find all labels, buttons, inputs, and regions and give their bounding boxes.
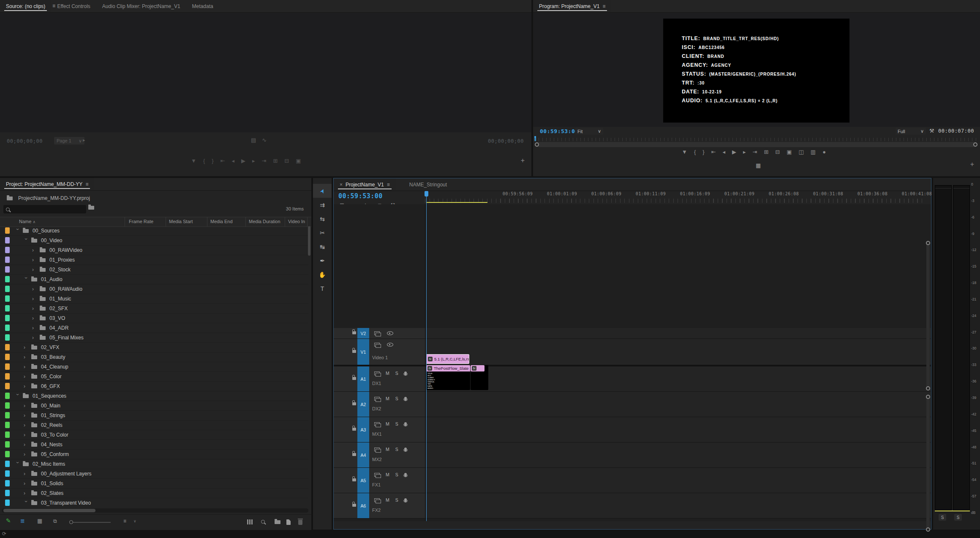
bin-row[interactable]: › 03_Transparent Video [0,498,308,506]
label-color-chip[interactable] [5,441,10,448]
project-vertical-scrollbar[interactable] [308,226,310,256]
bin-row[interactable]: › 04_Nests [0,440,308,450]
overwrite-icon[interactable]: ⊟ [284,158,289,164]
bin-row[interactable]: › 06_GFX [0,382,308,391]
mute-button[interactable]: M [386,371,389,376]
step-back-icon[interactable]: ◂ [722,149,725,155]
panel-menu-icon[interactable]: ≡ [602,3,605,9]
step-forward-icon[interactable]: ▸ [743,149,746,155]
bin-row[interactable]: › 02_Reels [0,421,308,430]
solo-button[interactable]: S [395,371,398,376]
slip-tool[interactable]: ↹ [313,240,332,254]
twirl-arrow-icon[interactable]: › [32,296,38,302]
column-media-duration[interactable]: Media Duration [249,219,280,224]
track-name[interactable]: FX1 [372,482,381,487]
track-output-eye-icon[interactable] [387,343,393,347]
twirl-arrow-icon[interactable]: › [32,267,38,273]
track-lock-icon[interactable] [352,453,356,456]
extract-icon[interactable]: ⊟ [775,149,780,155]
label-color-chip[interactable] [5,363,10,370]
twirl-arrow-icon[interactable]: › [24,432,30,438]
icon-view-icon[interactable]: ▦ [37,518,42,524]
track-target-button[interactable]: V1 [357,339,369,365]
bin-row[interactable]: › 00_Video [0,236,308,246]
bin-row[interactable]: › 00_RAWVideo [0,246,308,255]
bin-row[interactable]: › 05_Final Mixes [0,333,308,343]
bin-row[interactable]: › 00_Adjustment Layers [0,469,308,479]
bin-row[interactable]: › 00_RAWAudio [0,284,308,294]
voiceover-record-icon[interactable] [404,422,407,426]
label-color-chip[interactable] [5,315,10,321]
label-color-chip[interactable] [5,470,10,477]
program-zoom-scrollbar[interactable] [535,142,977,147]
program-tab[interactable]: Program: ProjectName_V1 ≡ [533,0,611,12]
scrollbar-handle[interactable] [535,142,539,147]
panel-menu-icon[interactable]: ≡ [52,3,55,9]
label-color-chip[interactable] [5,266,10,273]
track-lock-icon[interactable] [352,377,356,380]
label-color-chip[interactable] [5,461,10,467]
source-tab[interactable]: Audio Clip Mixer: ProjectName_V1 [96,0,186,12]
solo-right-button[interactable]: S [954,514,962,521]
label-color-chip[interactable] [5,344,10,350]
sort-icon[interactable]: ≡ [123,518,126,524]
label-color-chip[interactable] [5,431,10,438]
panel-menu-icon[interactable]: ≡ [85,181,88,187]
thumbnail-zoom-slider[interactable] [70,522,111,523]
bin-row[interactable]: › 01_Audio [0,275,308,284]
track-target-button[interactable]: A5 [357,468,369,493]
label-color-chip[interactable] [5,325,10,331]
play-icon[interactable]: ▶ [241,158,245,164]
source-tab[interactable]: Metadata [186,0,219,12]
delete-icon[interactable] [298,520,302,525]
mark-in-icon[interactable]: { [203,158,205,164]
clip-v1-second-title[interactable]: fx [471,365,485,371]
bin-row[interactable]: › 04_Cleanup [0,362,308,372]
hand-tool[interactable]: ✋ [313,268,332,281]
sync-status-icon[interactable]: ⟳ [2,531,6,537]
voiceover-record-icon[interactable] [404,473,407,477]
label-color-chip[interactable] [5,295,10,302]
scrollbar-handle[interactable] [926,386,930,391]
new-item-icon[interactable] [286,519,291,525]
column-frame-rate[interactable]: Frame Rate [129,219,153,224]
insert-icon[interactable]: ⊞ [273,158,278,164]
twirl-arrow-icon[interactable]: › [32,335,38,341]
twirl-arrow-icon[interactable]: › [32,286,38,292]
label-color-chip[interactable] [5,305,10,311]
track-target-button[interactable]: A2 [357,392,369,417]
mute-button[interactable]: M [386,447,389,452]
settings-wrench-icon[interactable]: ⚒ [929,128,934,134]
bin-row[interactable]: › 04_ADR [0,323,308,333]
sync-lock-icon[interactable] [374,498,380,502]
step-back-icon[interactable]: ◂ [231,158,234,164]
twirl-arrow-icon[interactable]: › [24,354,30,360]
twirl-arrow-icon[interactable]: › [15,228,21,234]
sync-lock-icon[interactable] [374,473,380,477]
add-marker-icon[interactable]: ▼ [682,149,687,155]
go-to-in-icon[interactable]: ⇤ [711,149,716,155]
sync-lock-icon[interactable] [374,448,380,451]
mark-out-icon[interactable]: } [702,149,704,155]
mark-out-icon[interactable]: } [212,158,213,164]
solo-left-button[interactable]: S [939,514,946,521]
track-lock-icon[interactable] [352,478,356,481]
column-media-start[interactable]: Media Start [169,219,193,224]
voiceover-record-icon[interactable] [404,397,407,401]
sync-lock-icon[interactable] [374,371,380,375]
mute-button[interactable]: M [386,421,389,426]
twirl-arrow-icon[interactable]: › [24,422,30,428]
track-name[interactable]: MX1 [372,431,382,437]
clip-v2-audio-slate[interactable]: fx 5.1 (L,R,C,LFE,ls,rs) [426,354,469,364]
twirl-arrow-icon[interactable]: › [32,315,38,321]
multi-camera-icon[interactable]: ▥ [811,149,816,155]
search-bin-icon[interactable] [88,206,94,210]
list-view-icon[interactable]: ≣ [20,518,24,524]
label-color-chip[interactable] [5,257,10,263]
export-frame-icon[interactable]: ▣ [787,149,792,155]
solo-button[interactable]: S [395,396,398,401]
voiceover-record-icon[interactable] [404,371,407,375]
slider-handle[interactable] [69,520,73,524]
twirl-arrow-icon[interactable]: › [24,344,30,350]
track-lock-icon[interactable] [352,504,356,507]
